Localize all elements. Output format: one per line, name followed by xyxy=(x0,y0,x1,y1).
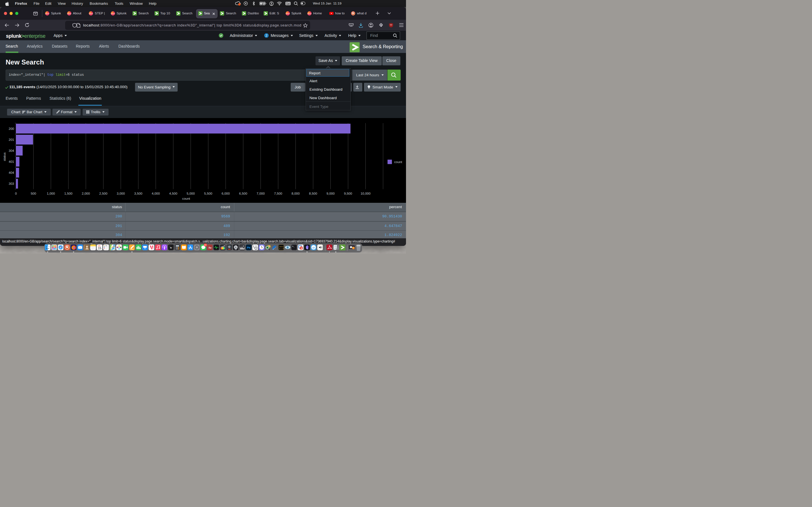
svg-text:5,500: 5,500 xyxy=(204,192,212,195)
svg-text:2,500: 2,500 xyxy=(99,192,107,195)
svg-text:9,500: 9,500 xyxy=(344,192,352,195)
svg-text:status: status xyxy=(3,152,6,161)
svg-text:6,500: 6,500 xyxy=(239,192,247,195)
svg-text:splunk>: splunk> xyxy=(67,13,71,14)
svg-text:7,000: 7,000 xyxy=(257,192,265,195)
svg-text:0: 0 xyxy=(15,192,17,195)
svg-text:3,500: 3,500 xyxy=(134,192,142,195)
svg-text:303: 303 xyxy=(9,182,14,185)
svg-text:10,000: 10,000 xyxy=(361,192,370,195)
svg-text:splunk>: splunk> xyxy=(286,13,290,14)
svg-text:2,000: 2,000 xyxy=(82,192,90,195)
svg-text:4,500: 4,500 xyxy=(169,192,177,195)
svg-text:401: 401 xyxy=(9,160,14,163)
svg-text:4,000: 4,000 xyxy=(152,192,160,195)
svg-text:3,000: 3,000 xyxy=(117,192,125,195)
svg-text:splunk>: splunk> xyxy=(111,13,115,14)
svg-text:6,000: 6,000 xyxy=(221,192,230,195)
svg-text:splunk>: splunk> xyxy=(89,13,93,14)
svg-text:9,000: 9,000 xyxy=(326,192,335,195)
svg-text:splunk>: splunk> xyxy=(307,13,312,14)
svg-text:splunk>: splunk> xyxy=(45,13,49,14)
svg-text:7,500: 7,500 xyxy=(274,192,282,195)
svg-text:200: 200 xyxy=(9,127,14,130)
svg-text:5,000: 5,000 xyxy=(187,192,195,195)
svg-text:count: count xyxy=(394,160,402,164)
svg-text:304: 304 xyxy=(9,149,14,152)
svg-text:500: 500 xyxy=(31,192,36,195)
svg-text:1,000: 1,000 xyxy=(47,192,55,195)
svg-text:8,500: 8,500 xyxy=(309,192,317,195)
svg-text:8,000: 8,000 xyxy=(292,192,300,195)
svg-text:count: count xyxy=(182,197,190,200)
svg-text:201: 201 xyxy=(9,138,14,142)
svg-text:404: 404 xyxy=(9,171,14,174)
svg-text:1,500: 1,500 xyxy=(64,192,72,195)
